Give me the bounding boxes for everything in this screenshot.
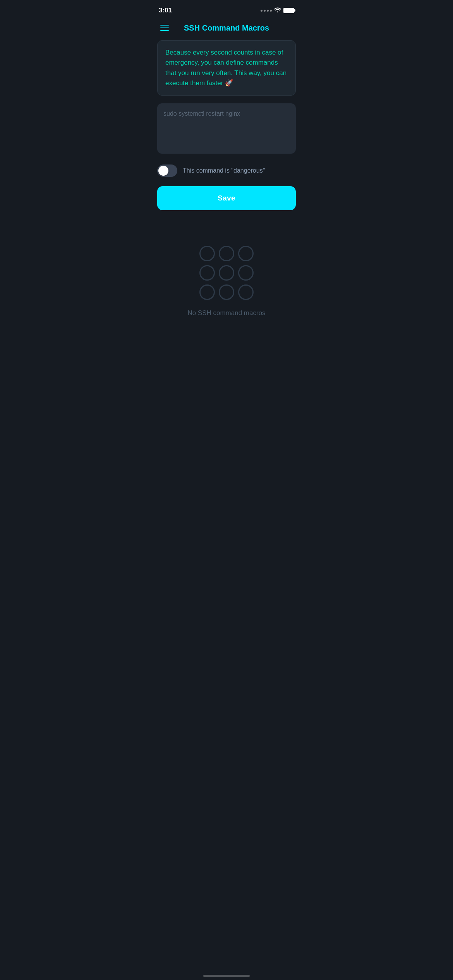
dangerous-toggle-label: This command is "dangerous" — [183, 167, 265, 174]
battery-icon — [283, 8, 294, 13]
command-input-wrapper — [157, 103, 296, 155]
hamburger-menu-button[interactable] — [159, 23, 170, 33]
wifi-icon — [274, 7, 281, 14]
empty-circle-7 — [199, 284, 215, 300]
empty-state: No SSH command macros — [151, 223, 302, 332]
status-time: 3:01 — [159, 7, 172, 14]
save-button[interactable]: Save — [157, 186, 296, 210]
signal-dots-icon — [261, 10, 272, 12]
toggle-slider — [157, 164, 177, 177]
empty-state-text: No SSH command macros — [187, 309, 265, 317]
empty-circle-1 — [199, 246, 215, 261]
empty-circle-5 — [219, 265, 234, 281]
info-text: Because every second counts in case of e… — [165, 48, 288, 88]
empty-circle-2 — [219, 246, 234, 261]
empty-circle-8 — [219, 284, 234, 300]
empty-circle-9 — [238, 284, 254, 300]
status-bar: 3:01 — [151, 0, 302, 19]
header: SSH Command Macros — [151, 19, 302, 40]
empty-circle-3 — [238, 246, 254, 261]
command-input[interactable] — [157, 103, 296, 154]
empty-circle-4 — [199, 265, 215, 281]
status-icons — [261, 7, 294, 14]
empty-circle-6 — [238, 265, 254, 281]
dangerous-toggle-row: This command is "dangerous" — [157, 164, 296, 177]
empty-grid-icon — [199, 246, 254, 300]
dangerous-toggle[interactable] — [157, 164, 177, 177]
info-box: Because every second counts in case of e… — [157, 40, 296, 96]
page-title: SSH Command Macros — [170, 24, 283, 33]
